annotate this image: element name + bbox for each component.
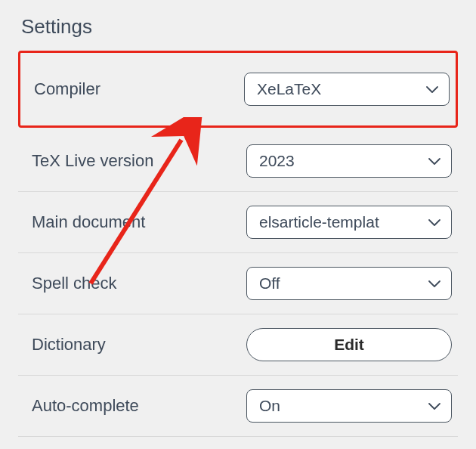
setting-row-compiler: Compiler XeLaTeX [18,51,458,128]
compiler-label: Compiler [34,79,100,99]
spellcheck-select[interactable]: Off [246,267,452,300]
autocomplete-label: Auto-complete [32,396,139,416]
spellcheck-value: Off [259,274,280,293]
maindoc-value: elsarticle-templat [259,213,379,231]
setting-row-texlive: TeX Live version 2023 [18,131,458,192]
texlive-label: TeX Live version [32,151,153,171]
texlive-value: 2023 [259,152,295,170]
setting-row-dictionary: Dictionary Edit [18,314,458,376]
maindoc-label: Main document [32,212,145,232]
setting-row-autocomplete: Auto-complete On [18,376,458,437]
autocomplete-select[interactable]: On [246,389,452,423]
autocomplete-value: On [259,397,280,415]
texlive-select[interactable]: 2023 [246,144,452,178]
dictionary-edit-label: Edit [334,336,364,354]
spellcheck-label: Spell check [32,274,117,293]
setting-row-spellcheck: Spell check Off [18,253,458,314]
compiler-select[interactable]: XeLaTeX [244,73,450,106]
dictionary-edit-button[interactable]: Edit [246,328,452,361]
dictionary-label: Dictionary [32,335,106,355]
compiler-value: XeLaTeX [257,80,321,98]
setting-row-maindoc: Main document elsarticle-templat [18,192,458,253]
maindoc-select[interactable]: elsarticle-templat [246,206,452,239]
settings-title: Settings [18,15,458,39]
